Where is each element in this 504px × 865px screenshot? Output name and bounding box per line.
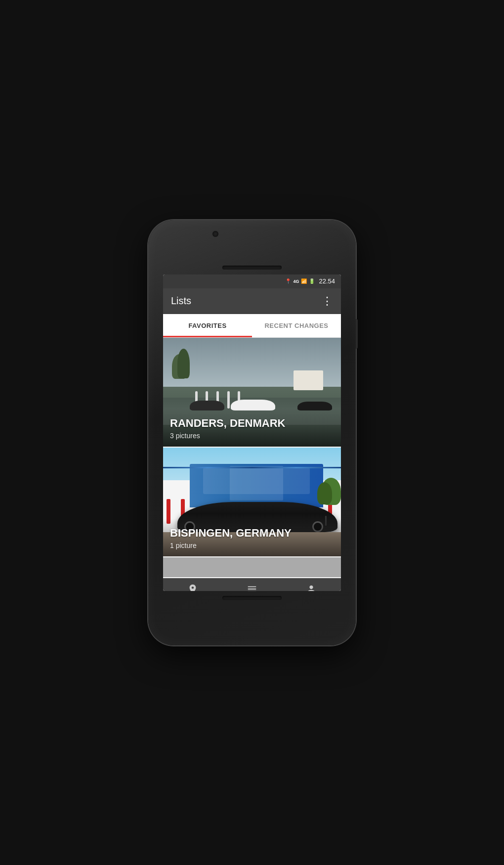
nav-map[interactable]: Map [163,580,222,591]
status-time: 22.54 [319,277,335,285]
status-bar: 📍 4G 📶 🔋 22.54 [163,274,341,288]
app-bar: Lists ⋮ [163,288,341,314]
4g-icon: 4G [293,279,299,284]
phone-screen: 📍 4G 📶 🔋 22.54 Lists ⋮ FAVORITES RECENT … [163,274,341,591]
tab-favorites[interactable]: FAVORITES [163,314,252,337]
signal-icon: 📶 [301,278,307,284]
nav-lists[interactable]: Lists [222,580,282,591]
list-item-randers[interactable]: RANDERS, DENMARK 3 pictures [163,338,341,447]
nav-profile[interactable]: Profile [282,580,341,591]
bispingen-card-overlay: BISPINGEN, GERMANY 1 picture [163,519,341,556]
list-icon [247,584,257,591]
randers-title: RANDERS, DENMARK [170,417,334,430]
bottom-nav: Map Lists Profile [163,578,341,591]
bispingen-title: BISPINGEN, GERMANY [170,527,334,540]
speaker [222,266,282,270]
bispingen-subtitle: 1 picture [170,542,334,549]
camera [212,231,218,237]
tabs-bar: FAVORITES RECENT CHANGES [163,314,341,338]
status-icons: 📍 4G 📶 🔋 22.54 [285,277,335,285]
app-title: Lists [171,295,191,307]
location-icon: 📍 [285,278,291,284]
list-item-partial[interactable] [163,557,341,577]
randers-card-overlay: RANDERS, DENMARK 3 pictures [163,409,341,447]
overflow-menu-button[interactable]: ⋮ [322,295,333,308]
map-icon [187,584,198,591]
speaker-bottom [222,596,282,600]
phone-frame: 📍 4G 📶 🔋 22.54 Lists ⋮ FAVORITES RECENT … [148,220,356,645]
randers-subtitle: 3 pictures [170,432,334,440]
battery-icon: 🔋 [309,278,315,284]
list-item-bispingen[interactable]: BISPINGEN, GERMANY 1 picture [163,448,341,556]
tab-recent-changes[interactable]: RECENT CHANGES [252,314,341,337]
profile-icon [306,584,317,591]
content-area: RANDERS, DENMARK 3 pictures [163,338,341,578]
